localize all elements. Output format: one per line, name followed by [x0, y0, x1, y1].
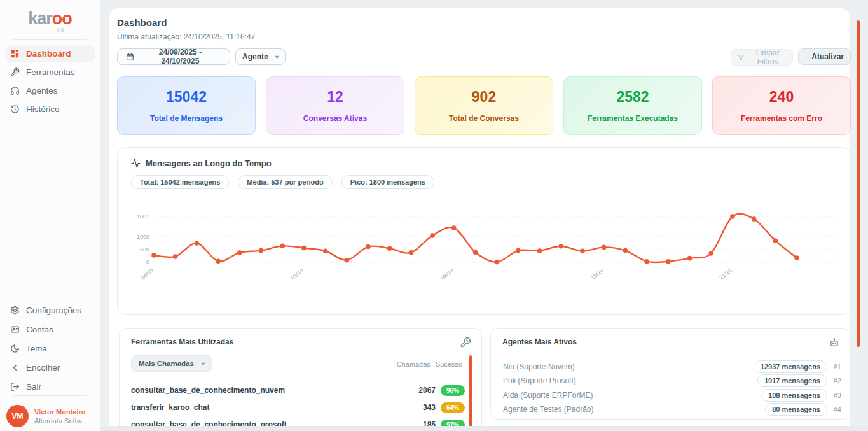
tools-sort-select[interactable]: Mais Chamadas ▾: [131, 355, 212, 372]
dashboard-grid-icon: [10, 49, 20, 59]
sidebar-item-label: Tema: [26, 344, 47, 353]
column-sucesso: Sucesso: [436, 360, 462, 368]
agent-name: Nia (Suporte Nuvem): [503, 362, 754, 371]
sidebar-item-sair[interactable]: Sair: [5, 378, 95, 395]
sidebar-item-label: Histórico: [26, 104, 60, 114]
chart-badges: Total: 15042 mensagens Média: 537 por pe…: [131, 175, 434, 189]
agents-card: Agentes Mais Ativos Nia (Suporte Nuvem) …: [490, 328, 851, 420]
agent-select-value: Agente: [242, 52, 268, 61]
agent-name: Poli (Suporte Prosoft): [503, 376, 757, 385]
chart-title: Mensagens ao Longo do Tempo: [146, 159, 272, 168]
sidebar-bottom-nav: Configurações Contas Tema Encolher Sair: [0, 301, 100, 397]
agent-messages-badge: 80 mensagens: [765, 403, 827, 416]
wrench-icon: [10, 67, 20, 77]
wrench-card-icon: [460, 337, 471, 348]
tool-success-badge: 96%: [441, 385, 465, 396]
chevron-down-icon: ▾: [202, 361, 205, 367]
sidebar-item-label: Encolher: [26, 363, 60, 372]
sidebar-item-encolher[interactable]: Encolher: [5, 358, 95, 376]
main-content: Dashboard Última atualização: 24/10/2025…: [109, 8, 850, 431]
agent-messages-badge: 12937 mensagens: [754, 360, 827, 373]
svg-text:01/10: 01/10: [289, 267, 305, 281]
tool-calls: 343: [408, 403, 436, 412]
logout-icon: [10, 382, 20, 392]
stat-value: 2582: [564, 88, 701, 106]
chart-badge-pico: Pico: 1800 mensagens: [341, 175, 434, 189]
svg-text:1000: 1000: [137, 234, 149, 240]
moon-icon: [10, 344, 20, 353]
column-chamadas: Chamadas: [397, 360, 431, 368]
headset-icon: [10, 86, 20, 95]
sidebar: karoo ia Dashboard Ferramentas Agentes H…: [0, 0, 100, 431]
gear-icon: [10, 306, 20, 315]
tools-card: Ferramentas Mais Utilizadas Mais Chamada…: [119, 328, 482, 431]
line-chart-canvas[interactable]: 05001000180124/0901/1008/1015/1021/10: [125, 204, 843, 299]
stat-label: Total de Mensagens: [118, 114, 255, 123]
agent-select[interactable]: Agente ▾: [235, 48, 286, 65]
bottom-edge-strip: [100, 426, 868, 431]
history-icon: [10, 104, 20, 114]
sidebar-item-historico[interactable]: Histórico: [5, 101, 95, 118]
last-update-text: Última atualização: 24/10/2025, 11:16:47: [117, 32, 255, 41]
svg-text:24/09: 24/09: [139, 267, 155, 281]
stat-label: Ferramentas com Erro: [713, 114, 850, 123]
tools-column-headers: Chamadas Sucesso: [397, 360, 462, 368]
sidebar-item-configuracoes[interactable]: Configurações: [5, 301, 95, 319]
stat-label: Total de Conversas: [415, 114, 553, 123]
user-block[interactable]: VM Victor Monteiro Alterdata Softw...: [6, 405, 87, 427]
sidebar-item-ferramentas[interactable]: Ferramentas: [5, 64, 95, 81]
sidebar-nav: Dashboard Ferramentas Agentes Histórico: [0, 45, 100, 118]
refresh-icon: [805, 53, 806, 61]
svg-text:15/10: 15/10: [589, 267, 605, 281]
sidebar-item-dashboard[interactable]: Dashboard: [5, 45, 95, 62]
sidebar-item-tema[interactable]: Tema: [5, 339, 95, 357]
chart-badge-media: Média: 537 por periodo: [238, 175, 332, 189]
tools-sort-value: Mais Chamadas: [139, 360, 194, 367]
sidebar-item-label: Ferramentas: [26, 67, 75, 77]
chevron-left-icon: [10, 363, 20, 372]
date-range-picker[interactable]: 24/09/2025 - 24/10/2025: [117, 48, 230, 65]
sidebar-item-contas[interactable]: Contas: [5, 320, 95, 338]
stat-value: 240: [713, 88, 850, 106]
stat-value: 12: [266, 88, 404, 106]
tool-row: transferir_karoo_chat 343 64%: [131, 402, 465, 413]
user-divider: [13, 395, 87, 396]
agent-name: Agente de Testes (Padrão): [503, 405, 765, 414]
chart-badge-total: Total: 15042 mensagens: [131, 175, 229, 189]
sidebar-item-label: Agentes: [26, 86, 58, 95]
agent-row: Aida (Suporte ERPForME) 108 mensagens #3: [503, 389, 841, 402]
robot-icon: [829, 337, 840, 348]
stat-card-ferramentas-erro: 240 Ferramentas com Erro: [712, 76, 851, 135]
refresh-button[interactable]: Atualizar: [798, 48, 851, 65]
svg-text:21/10: 21/10: [718, 267, 733, 281]
agent-rank: #3: [827, 392, 841, 399]
chevron-down-icon: ▾: [275, 54, 279, 60]
tool-calls: 2067: [408, 386, 436, 395]
sidebar-item-label: Sair: [26, 382, 41, 392]
tools-card-title: Ferramentas Mais Utilizadas: [131, 337, 233, 346]
sidebar-item-agentes[interactable]: Agentes: [5, 82, 95, 99]
page-scrollbar-thumb[interactable]: [857, 20, 860, 347]
stat-cards-row: 15042 Total de Mensagens 12 Conversas At…: [117, 76, 851, 135]
agent-row: Nia (Suporte Nuvem) 12937 mensagens #1: [503, 360, 841, 373]
svg-text:500: 500: [140, 246, 149, 253]
agent-rank: #1: [827, 363, 841, 371]
user-org: Alterdata Softw...: [34, 417, 87, 425]
filter-x-icon: [738, 53, 744, 62]
agent-name: Aida (Suporte ERPForME): [503, 391, 761, 400]
stat-value: 902: [415, 88, 553, 106]
agent-rank: #4: [827, 406, 841, 413]
tools-list-scrollbar[interactable]: [469, 355, 472, 431]
clear-filters-button[interactable]: Limpar Filtros: [731, 49, 793, 66]
tool-row: consultar_base_de_conhecimento_nuvem 206…: [131, 385, 465, 396]
avatar: VM: [6, 405, 29, 427]
brand-logo: karoo ia: [0, 0, 100, 34]
calendar-icon: [126, 53, 134, 61]
agent-rank: #2: [827, 377, 841, 385]
brand-logo-gray: kar: [28, 9, 52, 28]
stat-label: Ferramentas Executadas: [564, 114, 701, 123]
date-range-value: 24/09/2025 - 24/10/2025: [139, 48, 221, 66]
stat-value: 15042: [118, 88, 255, 106]
tool-name: consultar_base_de_conhecimento_nuvem: [131, 386, 408, 395]
id-card-icon: [10, 325, 20, 334]
